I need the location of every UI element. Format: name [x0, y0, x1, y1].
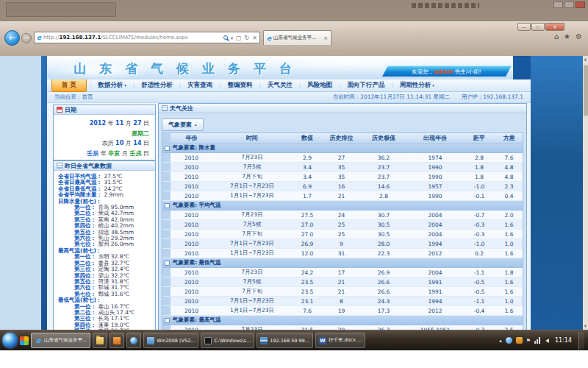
stop-icon[interactable]: ×	[252, 35, 257, 41]
security-icon[interactable]	[516, 337, 523, 344]
table-row[interactable]: 20107月5候3.43523.719901.84.8	[162, 163, 523, 172]
start-button[interactable]	[2, 333, 18, 348]
cell-anomaly: -1.0	[463, 183, 495, 190]
url-text[interactable]: http://192.168.137.1/SLCCLIMATE/modules/…	[43, 35, 221, 40]
weather-table: 年份时间数值历史排位历史极值出现年份距平方差气象要素: 降水量20107月23日…	[162, 132, 523, 330]
collapse-arrow-icon: ▴	[195, 122, 197, 127]
scroll-up-icon[interactable]: ▲	[583, 56, 588, 63]
element-group-row[interactable]: 气象要素: 最高气温	[162, 316, 523, 325]
taskbar-clock[interactable]: 11:14	[555, 337, 572, 344]
volume-icon[interactable]	[545, 339, 549, 343]
browser-tab[interactable]: e 山东省气候业务平... ×	[263, 30, 331, 45]
calendar-segment: 月	[123, 120, 133, 127]
nav-item-compiled-data[interactable]: 整编资料	[220, 81, 259, 90]
taskbar-task-window[interactable]: Win2008 (VS2...	[143, 333, 198, 348]
current-time-label: 当前时间：2012年11月27日 11:14:31 星期二	[333, 93, 450, 101]
search-icon[interactable]	[223, 35, 228, 40]
element-filter-button[interactable]: 气象要素 ▴	[162, 118, 204, 131]
expand-checkbox[interactable]	[165, 318, 170, 323]
row-gutter-cell	[162, 220, 171, 229]
table-row[interactable]: 20107月1日~7月23日6.91614.61957-1.02.3	[162, 182, 523, 191]
cell-year: 2010	[171, 222, 212, 228]
taskbar-task-word[interactable]: W行千里.docx ...	[315, 333, 365, 348]
table-toolbar: 气象要素 ▴	[162, 116, 523, 132]
table-row[interactable]: 20107月1日~7月23日23.1824.31994-1.11.0	[162, 297, 523, 306]
taskbar-task-media[interactable]	[126, 333, 141, 348]
scrollbar-thumb[interactable]	[584, 65, 588, 116]
network-icon[interactable]	[534, 337, 542, 344]
browser-scrollbar[interactable]: ▲ ▼	[583, 56, 588, 330]
address-bar[interactable]: e http://192.168.137.1/SLCCLIMATE/module…	[34, 32, 260, 43]
nav-item-weather-focus[interactable]: 天气关注	[261, 81, 299, 90]
page-left-band	[41, 56, 47, 330]
nav-item-disaster-query[interactable]: 灾害查询	[181, 81, 219, 90]
nav-item-downstream-products[interactable]: 面向下行产品	[341, 81, 392, 90]
table-row[interactable]: 20107月5候27.02530.52004-0.31.6	[162, 220, 523, 230]
show-desktop-button[interactable]	[578, 332, 584, 350]
row-gutter-cell	[162, 287, 171, 296]
nav-item-data-analysis[interactable]: 数据分析▾	[91, 81, 133, 90]
element-group-row[interactable]: 气象要素: 降水量	[162, 144, 523, 153]
compatibility-view-icon[interactable]: ▢	[236, 35, 242, 41]
cell-extreme-year: 2012	[407, 250, 463, 257]
cell-value: 23.5	[292, 289, 323, 295]
cmd-icon	[204, 337, 212, 344]
calendar-segment: 14	[133, 140, 141, 146]
table-row[interactable]: 20101月1日~7月23日12.03122.320120.21.6	[162, 249, 523, 258]
calendar-segment: 27	[133, 120, 141, 127]
table-row[interactable]: 20107月1日~7月23日26.9928.01994-1.01.0	[162, 239, 523, 249]
taskbar-task-cmd[interactable]: C:\Windows\s...	[201, 333, 254, 348]
table-row[interactable]: 20107月23日24.21726.92004-1.11.8	[162, 268, 523, 277]
task-label: 山东省气候业务平...	[44, 337, 87, 344]
cell-anomaly: 1.8	[463, 164, 495, 171]
cell-year: 2010	[171, 212, 212, 219]
taskbar-task-ie[interactable]: e山东省气候业务平...	[31, 333, 90, 348]
cell-time: 7月23日	[212, 154, 292, 161]
expand-checkbox[interactable]	[165, 203, 170, 208]
browser-back-button[interactable]: ←	[4, 30, 20, 46]
hidden-icons-arrow-icon[interactable]: ▴	[499, 337, 502, 344]
nav-item-periodic-analysis[interactable]: 周期性分析▾	[393, 81, 441, 90]
table-row[interactable]: 20107月5候23.52126.61991-0.51.6	[162, 277, 523, 287]
cell-variance: 1.6	[495, 279, 523, 286]
scroll-down-icon[interactable]: ▼	[583, 323, 588, 330]
task-label: 行千里.docx ...	[329, 337, 362, 344]
tools-gear-icon[interactable]: ⚙	[576, 32, 582, 40]
pinned-app-icon[interactable]	[20, 336, 29, 345]
refresh-icon[interactable]: ↻	[245, 35, 250, 41]
table-row[interactable]: 20107月23日27.52430.72004-0.72.0	[162, 210, 523, 220]
favorites-star-icon[interactable]: ★	[564, 32, 570, 40]
taskbar-task-orange-app[interactable]	[110, 333, 124, 348]
tab-close-icon[interactable]: ×	[323, 35, 328, 41]
table-row[interactable]: 20101月1日~7月23日1.7212.81990-0.10.4	[162, 191, 523, 201]
nav-item-risk-map[interactable]: 风险地图	[301, 81, 339, 90]
table-row[interactable]: 20107月下旬3.43523.719901.84.8	[162, 172, 523, 182]
username: admin	[434, 68, 453, 75]
table-row[interactable]: 20107月下旬27.02530.52004-0.31.6	[162, 230, 523, 239]
element-group-row[interactable]: 气象要素: 平均气温	[162, 201, 523, 210]
column-header-extreme-year: 出现年份	[407, 134, 463, 142]
messenger-icon[interactable]	[506, 337, 512, 344]
action-center-flag-icon[interactable]: ⚑	[526, 337, 531, 344]
address-dropdown-icon[interactable]: ▾	[231, 35, 233, 40]
row-gutter-cell	[162, 249, 171, 258]
nav-item-home[interactable]: 首 页	[51, 79, 87, 92]
table-row[interactable]: 20107月23日2.92736.219742.87.6	[162, 153, 523, 163]
nav-item-comfort-analysis[interactable]: 舒适性分析	[135, 81, 179, 90]
expand-checkbox[interactable]	[165, 146, 170, 151]
taskbar-task-rdp[interactable]: 192.168.59.99...	[257, 333, 313, 348]
calendar-segment: 10	[115, 140, 123, 146]
expand-checkbox[interactable]	[165, 261, 170, 266]
table-row[interactable]: 20101月1日~7月23日7.61917.32012-0.41.6	[162, 306, 523, 316]
cell-year: 2010	[171, 289, 212, 295]
taskbar-task-folder[interactable]	[93, 333, 107, 348]
cell-extreme-year: 1991	[407, 279, 463, 286]
cell-time: 7月1日~7月23日	[212, 240, 292, 247]
browser-forward-button[interactable]: →	[21, 33, 32, 43]
home-icon[interactable]: ⌂	[554, 32, 559, 40]
element-group-row[interactable]: 气象要素: 最低气温	[162, 258, 523, 268]
cell-anomaly: -1.0	[463, 241, 495, 247]
calendar-segment: 年	[106, 120, 115, 127]
table-row[interactable]: 20107月下旬23.52126.61991-0.51.6	[162, 287, 523, 297]
page-viewport: 山东省气候业务平台 欢迎您，admin 先生/小姐! 首 页|数据分析▾|舒适性…	[0, 56, 583, 330]
